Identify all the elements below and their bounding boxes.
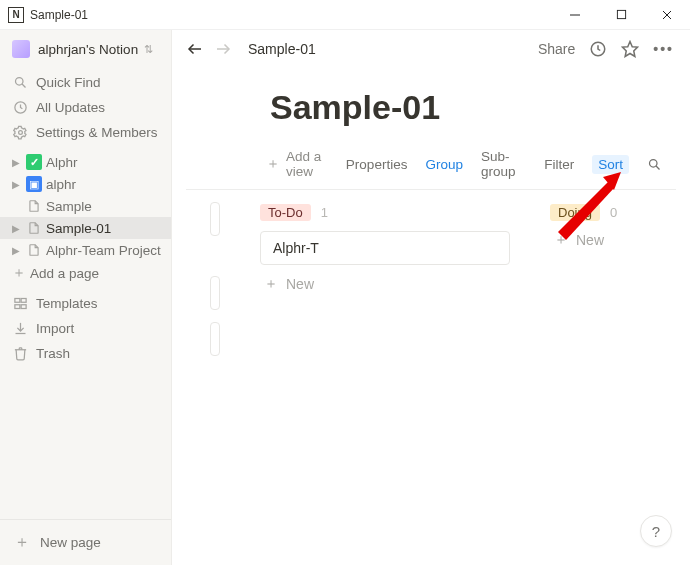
templates-icon — [12, 296, 28, 311]
tree-item-alphr-2[interactable]: ▶ ▣ alphr — [0, 173, 171, 195]
card-title: Alphr-T — [273, 240, 319, 256]
group-button[interactable]: Group — [425, 157, 463, 172]
svg-rect-11 — [21, 305, 26, 309]
templates-button[interactable]: Templates — [0, 291, 171, 316]
document-icon — [26, 198, 42, 214]
page-tree: ▶ ✓ Alphr ▶ ▣ alphr ▶ Sample ▶ — [0, 151, 171, 285]
new-card-label: New — [286, 276, 314, 292]
svg-rect-8 — [14, 299, 19, 303]
board-column-todo: To-Do 1 Alphr-T ＋ New — [260, 202, 510, 368]
all-updates-button[interactable]: All Updates — [0, 95, 171, 120]
help-label: ? — [652, 523, 660, 540]
caret-icon[interactable]: ▶ — [12, 179, 22, 190]
svg-point-4 — [15, 78, 23, 86]
templates-label: Templates — [36, 296, 98, 311]
column-count: 1 — [321, 205, 328, 220]
clock-icon — [12, 100, 28, 115]
new-page-button[interactable]: ＋ New page — [0, 519, 171, 565]
new-card-button[interactable]: ＋ New — [260, 275, 510, 293]
offscreen-column-peek — [210, 202, 220, 368]
document-icon — [26, 220, 42, 236]
breadcrumb[interactable]: Sample-01 — [248, 41, 316, 57]
favorite-star-icon[interactable] — [621, 40, 639, 58]
trash-label: Trash — [36, 346, 70, 361]
plus-icon: ＋ — [14, 532, 30, 553]
tree-label: alphr — [46, 177, 76, 192]
svg-rect-9 — [21, 299, 26, 303]
caret-icon[interactable]: ▶ — [12, 245, 22, 256]
plus-icon: ＋ — [12, 264, 22, 282]
board-card[interactable]: Alphr-T — [260, 231, 510, 265]
more-icon[interactable]: ••• — [653, 41, 674, 57]
window-controls — [552, 0, 690, 30]
window-titlebar: N Sample-01 — [0, 0, 690, 30]
trash-button[interactable]: Trash — [0, 341, 171, 366]
new-card-label: New — [576, 232, 604, 248]
updates-icon[interactable] — [589, 40, 607, 58]
board-view: To-Do 1 Alphr-T ＋ New Doing 0 ＋ N — [172, 190, 690, 368]
trash-icon — [12, 346, 28, 361]
minimize-button[interactable] — [552, 0, 598, 30]
svg-line-18 — [656, 166, 659, 169]
new-card-button[interactable]: ＋ New — [550, 231, 690, 249]
add-view-button[interactable]: Add a view — [286, 149, 328, 179]
search-icon — [12, 75, 28, 90]
gear-icon — [12, 125, 28, 140]
properties-button[interactable]: Properties — [346, 157, 408, 172]
app-icon: N — [8, 7, 24, 23]
plus-icon: ＋ — [554, 231, 568, 249]
tree-item-alphr-1[interactable]: ▶ ✓ Alphr — [0, 151, 171, 173]
status-tag-doing[interactable]: Doing — [550, 204, 600, 221]
sidebar: alphrjan's Notion ⇅ Quick Find All Updat… — [0, 30, 172, 565]
quick-find-button[interactable]: Quick Find — [0, 70, 171, 95]
settings-members-button[interactable]: Settings & Members — [0, 120, 171, 145]
workspace-switcher[interactable]: alphrjan's Notion ⇅ — [0, 30, 171, 70]
settings-label: Settings & Members — [36, 125, 158, 140]
board-column-doing: Doing 0 ＋ New — [550, 202, 690, 368]
svg-rect-10 — [14, 305, 19, 309]
svg-marker-16 — [623, 42, 638, 57]
search-icon[interactable] — [647, 157, 662, 172]
add-page-label: Add a page — [30, 266, 99, 281]
database-toolbar: ＋ Add a view Properties Group Sub-group … — [186, 149, 676, 190]
maximize-button[interactable] — [598, 0, 644, 30]
sort-button[interactable]: Sort — [592, 155, 629, 174]
import-label: Import — [36, 321, 74, 336]
tree-item-sample[interactable]: ▶ Sample — [0, 195, 171, 217]
import-button[interactable]: Import — [0, 316, 171, 341]
document-icon — [26, 242, 42, 258]
all-updates-label: All Updates — [36, 100, 105, 115]
chevron-updown-icon: ⇅ — [144, 43, 153, 56]
share-button[interactable]: Share — [538, 41, 575, 57]
page-title[interactable]: Sample-01 — [172, 66, 690, 149]
workspace-name: alphrjan's Notion — [38, 42, 138, 57]
tree-label: Alphr-Team Project — [46, 243, 161, 258]
nav-forward-button[interactable] — [214, 40, 232, 58]
help-button[interactable]: ? — [640, 515, 672, 547]
tree-item-sample-01[interactable]: ▶ Sample-01 — [0, 217, 171, 239]
main-content: Sample-01 Share ••• Sample-01 ＋ Add a vi… — [172, 30, 690, 565]
page-emoji-icon: ▣ — [26, 176, 42, 192]
close-button[interactable] — [644, 0, 690, 30]
svg-line-5 — [22, 84, 25, 87]
add-page-inline-button[interactable]: ＋ Add a page — [0, 261, 171, 285]
subgroup-button[interactable]: Sub-group — [481, 149, 526, 179]
svg-point-7 — [18, 131, 22, 135]
plus-icon: ＋ — [266, 155, 280, 173]
tree-label: Sample — [46, 199, 92, 214]
plus-icon: ＋ — [264, 275, 278, 293]
page-emoji-icon: ✓ — [26, 154, 42, 170]
nav-back-button[interactable] — [186, 40, 204, 58]
new-page-label: New page — [40, 535, 101, 550]
column-count: 0 — [610, 205, 617, 220]
tree-label: Sample-01 — [46, 221, 111, 236]
workspace-icon — [12, 40, 30, 58]
status-tag-todo[interactable]: To-Do — [260, 204, 311, 221]
filter-button[interactable]: Filter — [544, 157, 574, 172]
svg-rect-1 — [617, 10, 625, 18]
tree-item-alphr-team[interactable]: ▶ Alphr-Team Project — [0, 239, 171, 261]
caret-icon[interactable]: ▶ — [12, 157, 22, 168]
svg-point-17 — [650, 159, 658, 167]
quick-find-label: Quick Find — [36, 75, 101, 90]
caret-icon[interactable]: ▶ — [12, 223, 22, 234]
